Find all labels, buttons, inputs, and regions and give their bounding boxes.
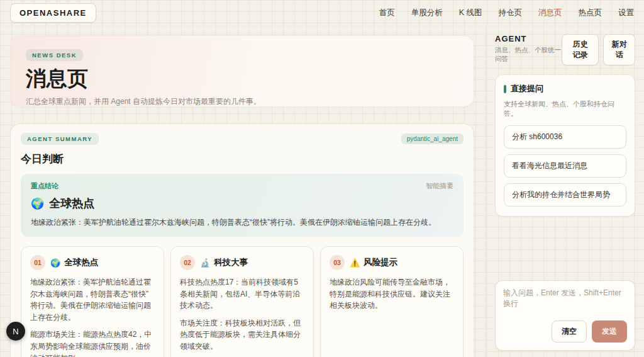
history-button[interactable]: 历史记录 xyxy=(562,34,599,65)
card-paragraph: 市场关注度：科技板块相对活跃，但热度低于能源板块，需关注具体细分领域突破。 xyxy=(180,317,304,353)
card-global-hotspot: 01 🌍 全球热点 地缘政治紧张：美军护航油轮通过霍尔木兹海峡问题，特朗普表态“… xyxy=(21,246,164,357)
agent-summary-badge: AGENT SUMMARY xyxy=(21,133,99,145)
card-paragraph: 地缘政治紧张：美军护航油轮通过霍尔木兹海峡问题，特朗普表态“很快”将行动。美俄在… xyxy=(30,276,155,323)
card-tech-events: 02 🔬 科技大事 科技热点热度17：当前科技领域有5条相关新闻，包括AI、半导… xyxy=(170,246,314,357)
clear-button[interactable]: 清空 xyxy=(552,320,587,343)
card-paragraph: 地缘政治风险可能传导至金融市场，特别是能源和科技供应链。建议关注相关板块波动。 xyxy=(330,276,454,312)
global-hotspot-text: 地缘政治紧张：美军护航油轮通过霍尔木兹海峡问题，特朗普表态“很快”将行动。美俄在… xyxy=(31,217,453,228)
main-content: NEWS DESK 消息页 汇总全球重点新闻，并用 Agent 自动提炼今日对市… xyxy=(0,26,486,357)
direct-ask-subtitle: 支持全球新闻、热点、个股和持仓问答。 xyxy=(504,99,626,118)
summary-cards-row: 01 🌍 全球热点 地缘政治紧张：美军护航油轮通过霍尔木兹海峡问题，特朗普表态“… xyxy=(21,246,464,357)
agent-subtitle: 消息、热点、个股统一问答 xyxy=(495,46,562,64)
card-number-badge: 01 xyxy=(30,255,45,270)
card-number-badge: 03 xyxy=(330,255,345,270)
smart-summary-tag: 智能摘要 xyxy=(426,181,453,191)
n-floating-badge[interactable]: N xyxy=(6,322,25,341)
suggestion-portfolio-analysis[interactable]: 分析我的持仓并结合世界局势 xyxy=(504,183,626,207)
news-desk-badge: NEWS DESK xyxy=(26,49,83,61)
card-risk-warning: 03 ⚠️ 风险提示 地缘政治风险可能传导至金融市场，特别是能源和科技供应链。建… xyxy=(320,246,464,357)
news-hero-card: NEWS DESK 消息页 汇总全球重点新闻，并用 Agent 自动提炼今日对市… xyxy=(10,35,474,107)
nav-item-kline[interactable]: K 线图 xyxy=(459,8,482,18)
agent-sidebar: AGENT 消息、热点、个股统一问答 历史记录 新对话 直接提问 支持全球新闻、… xyxy=(486,26,644,357)
question-input[interactable] xyxy=(503,288,627,315)
send-button[interactable]: 发送 xyxy=(592,320,627,343)
agent-engine-tag: pydantic_ai_agent xyxy=(401,133,464,144)
page-title: 消息页 xyxy=(26,65,458,93)
warning-icon: ⚠️ xyxy=(350,258,360,268)
new-chat-button[interactable]: 新对话 xyxy=(603,34,635,65)
page-subtitle: 汇总全球重点新闻，并用 Agent 自动提炼今日对市场最重要的几件事。 xyxy=(26,96,458,107)
card-title: 科技大事 xyxy=(214,257,248,268)
suggestion-hygon-news[interactable]: 看看海光信息最近消息 xyxy=(504,154,626,178)
today-judgement-title: 今日判断 xyxy=(21,152,464,166)
global-hotspot-title: 全球热点 xyxy=(49,196,94,211)
suggestion-analyze-stock[interactable]: 分析 sh600036 xyxy=(504,125,626,149)
nav-item-news[interactable]: 消息页 xyxy=(538,8,562,18)
top-navbar: OPENASHARE 首页 单股分析 K 线图 持仓页 消息页 热点页 设置 xyxy=(0,0,644,26)
card-title: 风险提示 xyxy=(364,257,397,268)
key-conclusion-box: 重点结论 智能摘要 🌍 全球热点 地缘政治紧张：美军护航油轮通过霍尔木兹海峡问题… xyxy=(21,174,464,237)
nav-item-stock-analysis[interactable]: 单股分析 xyxy=(411,8,443,18)
nav-item-portfolio[interactable]: 持仓页 xyxy=(499,8,523,18)
agent-summary-card: AGENT SUMMARY pydantic_ai_agent 今日判断 重点结… xyxy=(10,123,474,357)
microscope-icon: 🔬 xyxy=(200,258,210,268)
question-composer: 清空 发送 xyxy=(495,280,635,351)
accent-bar xyxy=(504,85,506,93)
agent-title: AGENT xyxy=(495,34,562,43)
app-logo[interactable]: OPENASHARE xyxy=(10,3,96,23)
card-paragraph: 能源市场关注：能源热点热度42，中东局势影响全球能源供应预期，油价波动可能加剧。 xyxy=(30,329,155,357)
main-nav: 首页 单股分析 K 线图 持仓页 消息页 热点页 设置 xyxy=(379,8,634,18)
globe-icon: 🌍 xyxy=(50,258,60,268)
direct-ask-card: 直接提问 支持全球新闻、热点、个股和持仓问答。 分析 sh600036 看看海光… xyxy=(495,74,635,217)
nav-item-home[interactable]: 首页 xyxy=(379,8,395,18)
direct-ask-title: 直接提问 xyxy=(511,83,543,94)
globe-icon: 🌍 xyxy=(31,197,44,210)
nav-item-settings[interactable]: 设置 xyxy=(618,8,634,18)
card-title: 全球热点 xyxy=(64,257,98,268)
card-paragraph: 科技热点热度17：当前科技领域有5条相关新闻，包括AI、半导体等前沿技术动态。 xyxy=(180,276,304,312)
card-number-badge: 02 xyxy=(180,255,195,270)
nav-item-hotspots[interactable]: 热点页 xyxy=(579,8,602,18)
key-conclusion-label: 重点结论 xyxy=(31,181,58,191)
